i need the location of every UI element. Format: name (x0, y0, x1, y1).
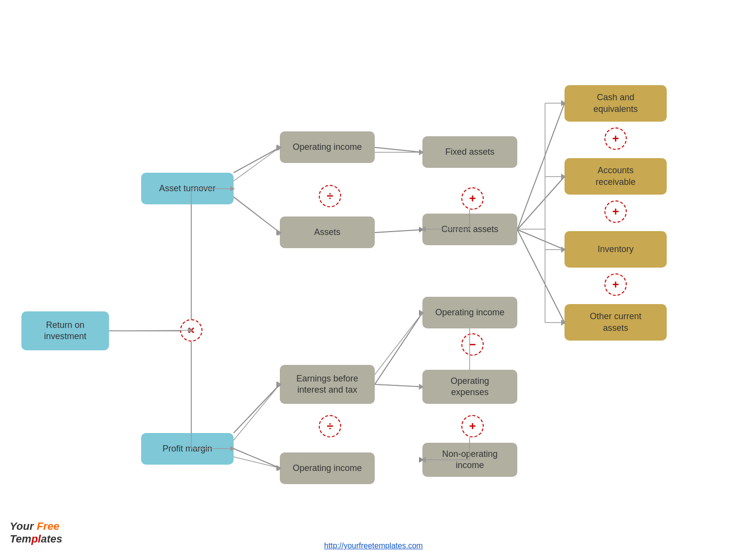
profit-margin-label: Profit margin (163, 443, 212, 454)
svg-line-63 (375, 313, 422, 375)
svg-line-9 (375, 147, 422, 152)
cash-node: Cash and equivalents (565, 85, 667, 122)
non-operating-income-node: Non-operating income (422, 443, 517, 477)
operating-income-right-node: Operating income (422, 297, 517, 328)
svg-line-5 (234, 147, 280, 173)
asset-turnover-label: Asset turnover (159, 183, 216, 194)
plus-oe-no-operator: + (461, 415, 484, 437)
operating-income-top-label: Operating income (292, 142, 362, 153)
profit-margin-node: Profit margin (141, 433, 234, 465)
multiply-operator: × (180, 319, 202, 342)
svg-line-65 (375, 384, 422, 387)
footer: Your Free Templates http://yourfreetempl… (0, 542, 747, 550)
plus-cash-ar-operator: + (604, 127, 627, 150)
svg-line-13 (517, 103, 565, 230)
current-assets-label: Current assets (441, 224, 498, 235)
svg-line-17 (517, 230, 565, 250)
operating-income-right-label: Operating income (435, 307, 504, 318)
svg-line-61 (234, 457, 280, 468)
operating-expenses-label: Operating expenses (451, 376, 489, 398)
cash-label: Cash and equivalents (593, 92, 638, 115)
svg-line-15 (517, 177, 565, 230)
ebit-label: Earnings before interest and tax (296, 373, 358, 396)
footer-link[interactable]: http://yourfreetemplates.com (324, 542, 423, 550)
svg-line-23 (234, 449, 280, 468)
logo-templates: Tem (10, 533, 31, 545)
svg-line-40 (234, 147, 280, 181)
operating-income-top-node: Operating income (280, 131, 375, 163)
fixed-assets-node: Fixed assets (422, 136, 517, 168)
non-operating-income-label: Non-operating income (442, 449, 497, 471)
operating-income-bot-label: Operating income (292, 463, 362, 474)
logo-t-red: pl (31, 533, 41, 545)
operating-expenses-node: Operating expenses (422, 370, 517, 404)
assets-label: Assets (314, 227, 340, 238)
svg-line-27 (375, 384, 422, 387)
diagram-container: Return on investment Asset turnover Prof… (10, 29, 745, 506)
divide-bot-operator: ÷ (319, 415, 341, 437)
svg-line-21 (234, 384, 280, 433)
roi-label: Return on investment (44, 320, 86, 343)
assets-node: Assets (280, 217, 375, 248)
inventory-label: Inventory (598, 244, 634, 255)
accounts-receivable-node: Accounts receivable (565, 158, 667, 195)
roi-node: Return on investment (21, 311, 109, 350)
svg-line-7 (234, 197, 280, 233)
logo-your: Your (10, 520, 36, 532)
svg-line-19 (517, 230, 565, 323)
svg-line-32 (109, 330, 191, 331)
svg-line-25 (375, 313, 422, 384)
accounts-receivable-label: Accounts receivable (596, 165, 636, 188)
ebit-node: Earnings before interest and tax (280, 365, 375, 404)
fixed-assets-label: Fixed assets (445, 146, 494, 158)
divide-top-operator: ÷ (319, 185, 341, 207)
minus-oi-oe-operator: − (461, 333, 484, 356)
other-current-assets-label: Other current assets (590, 311, 641, 334)
plus-ar-inv-operator: + (604, 200, 627, 223)
operating-income-bot-node: Operating income (280, 452, 375, 484)
inventory-node: Inventory (565, 231, 667, 268)
asset-turnover-node: Asset turnover (141, 173, 234, 204)
plus-inv-oc-operator: + (604, 273, 627, 296)
svg-line-42 (234, 197, 280, 233)
other-current-assets-node: Other current assets (565, 304, 667, 341)
svg-line-11 (375, 230, 422, 233)
logo-ates: ates (41, 533, 62, 545)
svg-line-59 (234, 384, 280, 440)
logo-free: Free (36, 520, 59, 532)
plus-fa-ca-operator: + (461, 187, 484, 210)
current-assets-node: Current assets (422, 214, 517, 245)
footer-logo: Your Free Templates (10, 520, 62, 545)
